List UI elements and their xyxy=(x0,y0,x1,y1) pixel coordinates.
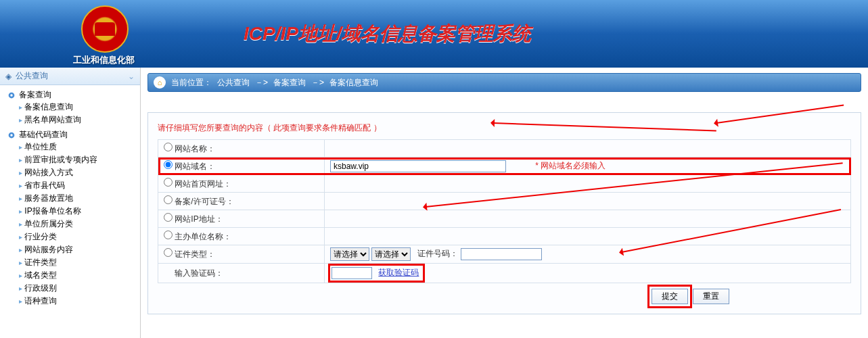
sidebar-group-label[interactable]: 备案查询 xyxy=(19,89,51,101)
sidebar-panel-header[interactable]: ◈ 公共查询 ⌄ xyxy=(0,68,140,85)
bullet-icon: ▸ xyxy=(19,285,22,292)
gear-icon xyxy=(7,91,16,100)
bullet-icon: ▸ xyxy=(19,208,22,215)
sidebar-item[interactable]: 单位性质 xyxy=(24,142,57,151)
form-actions: 提交 重置 xyxy=(158,283,851,304)
svg-point-3 xyxy=(10,134,13,137)
radio-ip-address[interactable] xyxy=(164,213,173,222)
label-site-name: 网站名称： xyxy=(175,144,215,153)
breadcrumb-sep: －> xyxy=(255,77,268,89)
sidebar: ◈ 公共查询 ⌄ 备案查询 ▸ 备案信息查询 ▸ 黑名单网站查询 基础代码查询 xyxy=(0,68,141,338)
home-icon: ⌂ xyxy=(154,76,166,89)
bullet-icon: ▸ xyxy=(19,116,22,124)
sidebar-item[interactable]: 网站接入方式 xyxy=(24,168,73,177)
sidebar-item[interactable]: 语种查询 xyxy=(24,296,57,306)
sidebar-item[interactable]: IP报备单位名称 xyxy=(24,206,81,216)
sidebar-item-blacklist[interactable]: 黑名单网站查询 xyxy=(24,115,81,124)
breadcrumb-p1: 公共查询 xyxy=(217,77,250,89)
label-captcha: 输入验证码： xyxy=(175,268,223,278)
captcha-highlight-box: 获取验证码 xyxy=(330,266,423,281)
sidebar-item[interactable]: 域名类型 xyxy=(24,270,57,280)
sidebar-item[interactable]: 网站服务内容 xyxy=(24,245,73,254)
select-cert-type-2[interactable]: 请选择 xyxy=(371,247,411,261)
label-cert-no: 证件号码： xyxy=(417,249,458,258)
expand-icon: ◈ xyxy=(5,72,12,81)
sidebar-group-base-code[interactable]: 基础代码查询 xyxy=(7,129,140,141)
radio-sponsor-name[interactable] xyxy=(164,231,173,239)
gear-icon xyxy=(7,130,16,140)
query-form-table: 网站名称： 网站域名： * 网站域名必须输入 网站首页网址： 备案/许可证号： xyxy=(158,139,851,283)
bullet-icon: ▸ xyxy=(19,297,22,305)
bullet-icon: ▸ xyxy=(19,259,22,266)
hint-domain-required: * 网站域名必须输入 xyxy=(535,161,606,170)
annotation-arrow-icon xyxy=(716,105,844,124)
svg-point-1 xyxy=(10,94,13,97)
breadcrumb-p2: 备案查询 xyxy=(273,77,306,89)
org-name: 工业和信息化部 xyxy=(73,54,135,66)
input-site-domain[interactable] xyxy=(330,160,506,172)
sidebar-item[interactable]: 前置审批或专项内容 xyxy=(24,155,97,164)
sidebar-item[interactable]: 省市县代码 xyxy=(24,180,65,190)
system-title: ICP/IP地址/域名信息备案管理系统 xyxy=(244,21,531,47)
sidebar-panel-title: 公共查询 xyxy=(16,70,48,82)
row-license-no: 备案/许可证号： xyxy=(158,193,851,210)
bullet-icon: ▸ xyxy=(19,169,22,176)
bullet-icon: ▸ xyxy=(19,246,22,254)
national-emblem-icon xyxy=(81,5,129,53)
row-ip-address: 网站IP地址： xyxy=(158,210,851,228)
sidebar-group-record-query[interactable]: 备案查询 xyxy=(7,89,140,101)
radio-cert-type[interactable] xyxy=(164,248,173,257)
row-site-name: 网站名称： xyxy=(158,140,851,158)
sidebar-tree: 备案查询 ▸ 备案信息查询 ▸ 黑名单网站查询 基础代码查询 ▸ 单位性质 ▸ … xyxy=(0,85,140,312)
label-ip-address: 网站IP地址： xyxy=(175,214,223,224)
input-captcha[interactable] xyxy=(332,267,372,279)
bullet-icon: ▸ xyxy=(19,272,22,279)
bullet-icon: ▸ xyxy=(19,182,22,189)
submit-button[interactable]: 提交 xyxy=(652,289,688,304)
sidebar-item[interactable]: 行业分类 xyxy=(24,232,57,241)
label-sponsor-name: 主办单位名称： xyxy=(175,232,231,241)
main-content: ⌂ 当前位置： 公共查询 －> 备案查询 －> 备案信息查询 请仔细填写您所要查… xyxy=(141,68,868,338)
sidebar-item[interactable]: 证件类型 xyxy=(24,258,57,267)
row-sponsor-name: 主办单位名称： xyxy=(158,228,851,245)
bullet-icon: ▸ xyxy=(19,220,22,228)
radio-site-name[interactable] xyxy=(164,143,173,151)
bullet-icon: ▸ xyxy=(19,103,22,111)
sidebar-group-label[interactable]: 基础代码查询 xyxy=(19,129,68,141)
label-homepage-url: 网站首页网址： xyxy=(175,179,231,189)
row-cert-type: 证件类型： 请选择 请选择 证件号码： xyxy=(158,245,851,264)
row-homepage-url: 网站首页网址： xyxy=(158,175,851,193)
radio-license-no[interactable] xyxy=(164,195,173,204)
chevron-down-icon: ⌄ xyxy=(128,72,135,81)
sidebar-item[interactable]: 服务器放置地 xyxy=(24,193,73,203)
app-header: 工业和信息化部 ICP/IP地址/域名信息备案管理系统 xyxy=(0,0,868,68)
sidebar-item[interactable]: 行政级别 xyxy=(24,283,57,293)
sidebar-item[interactable]: 单位所属分类 xyxy=(24,219,73,228)
label-cert-type: 证件类型： xyxy=(175,249,215,259)
query-form-card: 请仔细填写您所要查询的内容（ 此项查询要求条件精确匹配 ） 网站名称： 网站域名… xyxy=(147,112,861,314)
label-site-domain: 网站域名： xyxy=(175,162,215,171)
breadcrumb-sep: －> xyxy=(311,77,324,89)
radio-site-domain[interactable] xyxy=(164,160,173,169)
reset-button[interactable]: 重置 xyxy=(693,289,729,304)
sidebar-item-record-info[interactable]: 备案信息查询 xyxy=(24,102,73,112)
input-cert-no[interactable] xyxy=(461,248,542,260)
select-cert-type-1[interactable]: 请选择 xyxy=(330,247,369,261)
bullet-icon: ▸ xyxy=(19,233,22,241)
breadcrumb: ⌂ 当前位置： 公共查询 －> 备案查询 －> 备案信息查询 xyxy=(147,73,861,92)
bullet-icon: ▸ xyxy=(19,143,22,151)
breadcrumb-p3: 备案信息查询 xyxy=(329,77,378,89)
bullet-icon: ▸ xyxy=(19,156,22,164)
bullet-icon: ▸ xyxy=(19,195,22,202)
get-captcha-link[interactable]: 获取验证码 xyxy=(378,268,419,277)
label-license-no: 备案/许可证号： xyxy=(175,197,233,206)
radio-homepage-url[interactable] xyxy=(164,178,173,187)
row-captcha: 输入验证码： 获取验证码 xyxy=(158,264,851,283)
breadcrumb-label: 当前位置： xyxy=(171,77,212,89)
